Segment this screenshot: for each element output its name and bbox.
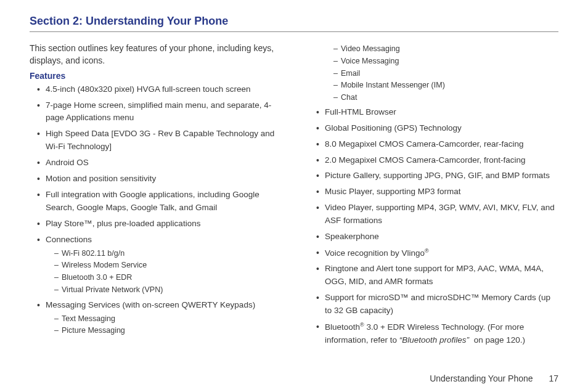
feature-sub-item: Voice Messaging (333, 55, 558, 67)
feature-sub-item: Video Messaging (333, 43, 558, 55)
feature-sub-list: Wi-Fi 802.11 b/g/nWireless Modem Service… (46, 248, 279, 296)
feature-item: 2.0 Megapixel CMOS Camera-Camcorder, fro… (317, 154, 558, 167)
feature-list-right: Full-HTML BrowserGlobal Positioning (GPS… (309, 106, 558, 347)
feature-text: 8.0 Megapixel CMOS Camera-Camcorder, rea… (325, 139, 524, 149)
feature-text: Picture Gallery, supporting JPG, PNG, GI… (325, 171, 550, 180)
feature-text: High Speed Data [EVDO 3G - Rev B Capable… (46, 129, 274, 151)
intro-text: This section outlines key features of yo… (30, 42, 279, 67)
feature-text: Video Player, supporting MP4, 3GP, WMV, … (325, 203, 555, 225)
feature-item: Android OS (38, 157, 279, 169)
feature-list-left: 4.5-inch (480x320 pixel) HVGA full-scree… (30, 83, 279, 337)
section-title: Section 2: Understanding Your Phone (30, 15, 558, 32)
feature-item: 4.5-inch (480x320 pixel) HVGA full-scree… (38, 83, 279, 96)
feature-item: Ringtone and Alert tone support for MP3,… (317, 263, 558, 288)
feature-item: ConnectionsWi-Fi 802.11 b/g/nWireless Mo… (38, 234, 279, 296)
feature-text: Global Positioning (GPS) Technology (325, 123, 462, 133)
feature-text: 4.5-inch (480x320 pixel) HVGA full-scree… (46, 84, 250, 94)
feature-item: Bluetooth® 3.0 + EDR Wireless Technology… (317, 321, 558, 346)
feature-sub-item: Picture Messaging (54, 325, 279, 337)
feature-text: Messaging Services (with on-screen QWERT… (46, 300, 255, 309)
feature-item: Voice recognition by Vlingo® (317, 247, 558, 259)
feature-item: Music Player, supporting MP3 format (317, 186, 558, 198)
feature-text: Play Store™, plus pre-loaded application… (46, 219, 200, 228)
feature-sub-item: Bluetooth 3.0 + EDR (54, 272, 279, 284)
feature-sub-item: Mobile Instant Messenger (IM) (333, 80, 558, 91)
feature-item: Messaging Services (with on-screen QWERT… (38, 299, 279, 337)
feature-sub-item: Text Messaging (54, 313, 279, 325)
feature-item: High Speed Data [EVDO 3G - Rev B Capable… (38, 128, 279, 153)
feature-text: Support for microSD™ and microSDHC™ Memo… (325, 293, 550, 315)
feature-text: 2.0 Megapixel CMOS Camera-Camcorder, fro… (325, 155, 526, 165)
feature-sub-item: Virtual Private Network (VPN) (54, 284, 279, 296)
page-footer: Understanding Your Phone 17 (430, 374, 558, 383)
feature-item: Speakerphone (317, 231, 558, 243)
messaging-sub-list-continued: Video MessagingVoice MessagingEmailMobil… (309, 43, 558, 104)
feature-item: Support for microSD™ and microSDHC™ Memo… (317, 292, 558, 317)
feature-text: Full-HTML Browser (325, 107, 396, 116)
feature-item: 8.0 Megapixel CMOS Camera-Camcorder, rea… (317, 138, 558, 151)
feature-item: Full-HTML Browser (317, 106, 558, 119)
column-left: This section outlines key features of yo… (30, 42, 279, 350)
feature-text: Motion and position sensitivity (46, 174, 156, 183)
feature-text: Ringtone and Alert tone support for MP3,… (325, 264, 544, 286)
feature-text: Bluetooth® 3.0 + EDR Wireless Technology… (325, 322, 525, 345)
feature-item: Video Player, supporting MP4, 3GP, WMV, … (317, 202, 558, 227)
feature-item: Picture Gallery, supporting JPG, PNG, GI… (317, 169, 558, 182)
page-number: 17 (549, 374, 558, 383)
feature-text: Voice recognition by Vlingo® (325, 248, 429, 258)
footer-chapter-label: Understanding Your Phone (430, 374, 533, 383)
feature-sub-list: Text MessagingPicture Messaging (46, 313, 279, 337)
content-columns: This section outlines key features of yo… (30, 42, 558, 350)
feature-sub-item: Wi-Fi 802.11 b/g/n (54, 248, 279, 259)
feature-item: Global Positioning (GPS) Technology (317, 122, 558, 135)
feature-text: 7-page Home screen, simplified main menu… (46, 100, 271, 123)
features-heading: Features (30, 71, 279, 81)
feature-text: Android OS (46, 158, 89, 167)
feature-text: Speakerphone (325, 232, 379, 241)
feature-text: Connections (46, 235, 92, 244)
feature-item: Full integration with Google application… (38, 189, 279, 214)
feature-item: Motion and position sensitivity (38, 173, 279, 186)
feature-sub-item: Email (333, 68, 558, 80)
feature-sub-item: Chat (333, 92, 558, 104)
feature-text: Music Player, supporting MP3 format (325, 187, 461, 196)
feature-text: Full integration with Google application… (46, 190, 259, 212)
feature-sub-item: Wireless Modem Service (54, 259, 279, 271)
feature-item: 7-page Home screen, simplified main menu… (38, 99, 279, 125)
column-right: Video MessagingVoice MessagingEmailMobil… (309, 42, 558, 350)
feature-item: Play Store™, plus pre-loaded application… (38, 218, 279, 231)
